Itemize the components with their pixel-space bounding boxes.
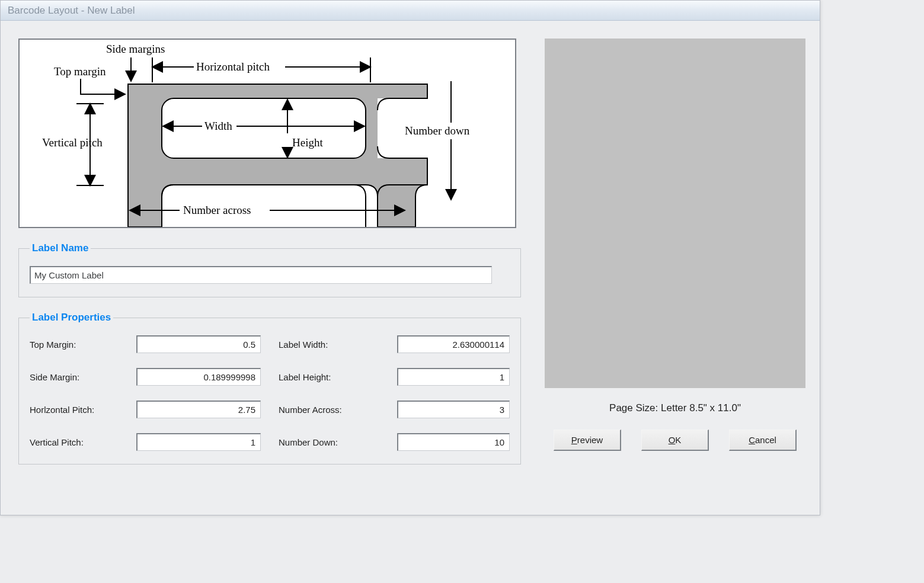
layout-diagram: Side margins Top margin Horizontal pitch… (18, 39, 516, 228)
label-vertical-pitch: Vertical Pitch: (30, 437, 119, 447)
ok-button[interactable]: OK (641, 430, 709, 451)
label-number-down: Number Down: (279, 437, 379, 447)
preview-panel (545, 39, 805, 388)
diagram-label-number-down: Number down (405, 124, 470, 137)
titlebar: Barcode Layout - New Label (1, 1, 820, 21)
input-number-across[interactable] (397, 401, 510, 418)
legend-label-name: Label Name (30, 242, 91, 254)
label-number-across: Number Across: (279, 405, 379, 415)
input-label-height[interactable] (397, 368, 510, 386)
diagram-label-horizontal-pitch: Horizontal pitch (196, 60, 270, 73)
right-column: Page Size: Letter 8.5" x 11.0" Preview O… (545, 39, 805, 465)
diagram-label-vertical-pitch: Vertical pitch (42, 136, 103, 149)
label-side-margin: Side Margin: (30, 372, 119, 382)
diagram-label-number-across: Number across (183, 204, 251, 216)
diagram-label-height: Height (292, 136, 323, 149)
svg-rect-0 (162, 98, 366, 158)
dialog-window: Barcode Layout - New Label (0, 0, 820, 515)
input-label-width[interactable] (397, 335, 510, 353)
label-label-width: Label Width: (279, 339, 379, 350)
diagram-label-side-margins: Side margins (106, 43, 165, 55)
input-number-down[interactable] (397, 433, 510, 451)
dialog-content: Side margins Top margin Horizontal pitch… (1, 21, 820, 476)
fieldset-label-properties: Label Properties Top Margin: Label Width… (18, 312, 521, 465)
page-size-text: Page Size: Letter 8.5" x 11.0" (609, 402, 741, 414)
input-horizontal-pitch[interactable] (136, 401, 261, 418)
label-horizontal-pitch: Horlzontal Pitch: (30, 405, 119, 415)
left-column: Side margins Top margin Horizontal pitch… (18, 39, 521, 465)
cancel-button[interactable]: Cancel (729, 430, 797, 451)
legend-label-properties: Label Properties (30, 312, 113, 323)
diagram-label-width: Width (204, 120, 232, 132)
input-vertical-pitch[interactable] (136, 433, 261, 451)
input-top-margin[interactable] (136, 335, 261, 353)
label-top-margin: Top Margin: (30, 339, 119, 350)
fieldset-label-name: Label Name (18, 242, 521, 297)
preview-button[interactable]: Preview (554, 430, 621, 451)
diagram-label-top-margin: Top margin (54, 65, 106, 78)
window-title: Barcode Layout - New Label (8, 5, 135, 17)
input-side-margin[interactable] (136, 368, 261, 386)
label-name-input[interactable] (30, 266, 492, 284)
label-label-height: Label Height: (279, 372, 379, 382)
